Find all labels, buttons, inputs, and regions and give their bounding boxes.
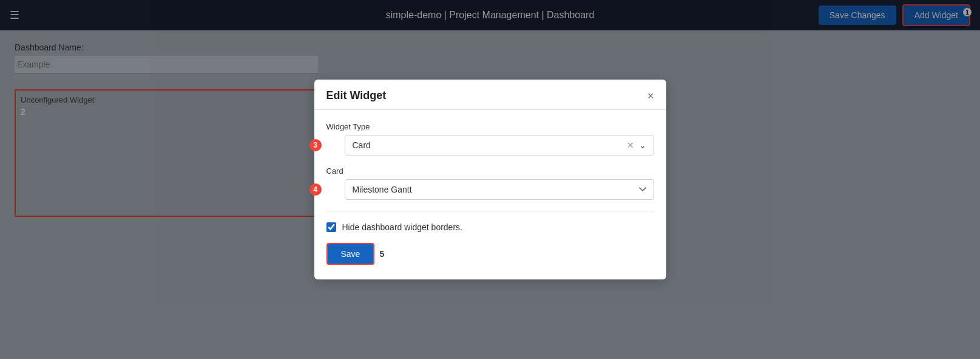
hide-borders-row: Hide dashboard widget borders. — [326, 222, 654, 232]
card-select[interactable]: Milestone Gantt Burndown Velocity — [345, 179, 654, 200]
save-row: Save 5 — [326, 243, 654, 265]
modal-header: Edit Widget × — [314, 80, 666, 110]
widget-type-label: Widget Type — [326, 122, 654, 131]
card-select-row: 4 Milestone Gantt Burndown Velocity — [326, 179, 654, 200]
card-label: Card — [326, 166, 654, 176]
modal-close-button[interactable]: × — [647, 91, 654, 101]
divider — [326, 211, 654, 211]
modal-title: Edit Widget — [326, 89, 387, 102]
hide-borders-checkbox[interactable] — [326, 222, 336, 232]
step-badge-4: 4 — [309, 183, 322, 196]
widget-type-select[interactable]: Card ✕ ⌄ — [345, 135, 654, 156]
clear-icon[interactable]: ✕ — [627, 140, 634, 150]
hide-borders-label: Hide dashboard widget borders. — [342, 222, 462, 232]
modal-overlay: Edit Widget × Widget Type 3 Card ✕ ⌄ Ca — [0, 0, 980, 359]
step-badge-3: 3 — [309, 139, 322, 151]
edit-widget-modal: Edit Widget × Widget Type 3 Card ✕ ⌄ Ca — [314, 80, 666, 279]
card-group: Card 4 Milestone Gantt Burndown Velocity — [326, 166, 654, 200]
widget-type-value: Card — [353, 140, 627, 150]
step-annotation-5: 5 — [379, 249, 384, 259]
modal-save-button[interactable]: Save — [326, 243, 375, 265]
chevron-down-icon[interactable]: ⌄ — [639, 140, 646, 150]
widget-type-group: Widget Type 3 Card ✕ ⌄ — [326, 122, 654, 156]
modal-body: Widget Type 3 Card ✕ ⌄ Card 4 Milestone … — [314, 110, 666, 279]
widget-type-row: 3 Card ✕ ⌄ — [326, 135, 654, 156]
